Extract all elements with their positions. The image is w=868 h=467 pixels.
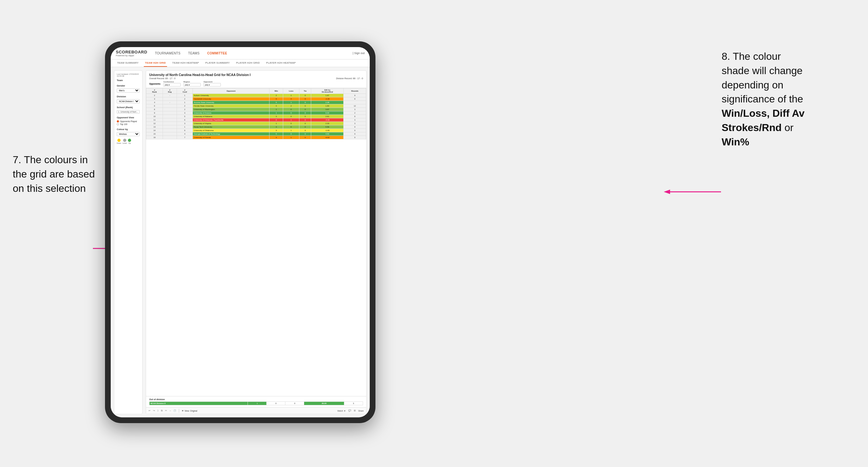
grid-header: University of North Carolina Head-to-Hea… bbox=[146, 71, 366, 88]
grid-subtitle: Overall Record: 89 - 17 - 0 Division Rec… bbox=[149, 77, 363, 80]
data-table: #Rank #Reg #Conf Opponent Win Loss Tie D… bbox=[146, 88, 366, 396]
copy-icon[interactable]: ⧉ bbox=[161, 409, 163, 412]
col-loss: Loss bbox=[283, 88, 300, 94]
table-row: 105University of Alabama3002.618 bbox=[146, 115, 366, 118]
colour-legend: Down Level Up bbox=[117, 139, 140, 144]
comment-icon[interactable]: 💬 bbox=[348, 409, 351, 412]
division-section: Division NCAA Division I bbox=[117, 95, 140, 103]
h2h-table: #Rank #Reg #Conf Opponent Win Loss Tie D… bbox=[146, 88, 366, 139]
conference-dropdown[interactable]: (All) ▾ bbox=[163, 83, 181, 87]
clock-icon[interactable]: 🕐 bbox=[174, 409, 176, 412]
table-row: 93University of Arizona1009.002 bbox=[146, 111, 366, 115]
table-header-row: #Rank #Reg #Conf Opponent Win Loss Tie D… bbox=[146, 88, 366, 94]
filter-opponent: Opponent (All) ▾ bbox=[203, 81, 221, 87]
tablet-frame: SCOREBOARD Powered by clippd TOURNAMENTS… bbox=[105, 41, 375, 423]
nav-tournaments[interactable]: TOURNAMENTS bbox=[154, 51, 182, 56]
share-btn[interactable]: Share bbox=[358, 410, 364, 412]
view-icon: 👁 bbox=[182, 410, 184, 412]
table-row: 167University of Florida310-6.629 bbox=[146, 136, 366, 139]
opponent-view-section: Opponent View Opponents Played Top 100 bbox=[117, 116, 140, 125]
table-row: 82University of Washington1003.673 bbox=[146, 108, 366, 111]
sub-nav-player-h2h-heatmap[interactable]: PLAYER H2H HEATMAP bbox=[265, 60, 297, 67]
undo-icon[interactable]: ↩ bbox=[149, 409, 151, 412]
left-panel: Last Updated: 27/03/2024 16:55:38 Team G… bbox=[114, 70, 143, 414]
table-row: 149University of Oklahoma310-1.009 bbox=[146, 129, 366, 132]
sub-nav-team-h2h-grid[interactable]: TEAM H2H GRID bbox=[144, 60, 167, 67]
sub-nav-player-h2h-grid[interactable]: PLAYER H2H GRID bbox=[235, 60, 261, 67]
radio-dot bbox=[117, 123, 119, 125]
legend-level: Level bbox=[123, 139, 127, 144]
radio-opponents-played[interactable]: Opponents Played bbox=[117, 120, 140, 122]
ood-table: NCAA Division II 1 0 0 26.00 3 bbox=[149, 402, 363, 405]
toolbar: ↩ ↪ ⟩ ⧉ ✂ − 🕐 👁 View: Original Watch ▼ 💬 bbox=[146, 407, 366, 414]
tablet-screen: SCOREBOARD Powered by clippd TOURNAMENTS… bbox=[111, 47, 370, 417]
timestamp: Last Updated: 27/03/2024 16:55:38 bbox=[117, 73, 140, 77]
view-original[interactable]: 👁 View: Original bbox=[182, 410, 197, 412]
minus-icon[interactable]: − bbox=[169, 410, 171, 412]
col-conf: #Conf bbox=[177, 88, 193, 94]
col-rounds: Rounds bbox=[344, 88, 366, 94]
table-row: 123University of Virginia1002.333 bbox=[146, 122, 366, 125]
opponent-dropdown[interactable]: (All) ▾ bbox=[203, 83, 221, 87]
scissors-icon[interactable]: ✂ bbox=[165, 409, 167, 412]
opponent-view-radio: Opponents Played Top 100 bbox=[117, 120, 140, 125]
col-win: Win bbox=[270, 88, 283, 94]
col-opponent: Opponent bbox=[193, 88, 270, 94]
filters-row: Opponents: Conference (All) ▾ Region (Al… bbox=[149, 81, 363, 87]
legend-dot-level bbox=[123, 139, 126, 142]
watch-btn[interactable]: Watch ▼ bbox=[337, 410, 345, 412]
main-content: Last Updated: 27/03/2024 16:55:38 Team G… bbox=[111, 67, 370, 417]
out-of-division: Out of division NCAA Division II 1 0 0 2… bbox=[146, 396, 366, 407]
redo-icon[interactable]: ↪ bbox=[153, 409, 155, 412]
division-select[interactable]: NCAA Division I bbox=[117, 99, 140, 103]
col-reg: #Reg bbox=[163, 88, 177, 94]
legend-down: Down bbox=[117, 139, 121, 144]
logo-sub: Powered by clippd bbox=[116, 54, 147, 57]
nav-committee[interactable]: COMMITTEE bbox=[206, 51, 228, 56]
table-row: 2-1Auburn University2101.679 bbox=[146, 94, 366, 97]
ood-row: NCAA Division II 1 0 0 26.00 3 bbox=[150, 402, 363, 405]
separator bbox=[179, 409, 179, 413]
grid-panel: University of North Carolina Head-to-Hea… bbox=[146, 70, 367, 414]
forward-icon[interactable]: ⟩ bbox=[157, 409, 158, 412]
col-diff: Diff AvStrokes/Rnd bbox=[311, 88, 344, 94]
school-value: 1. University of Nort... bbox=[117, 110, 140, 114]
gender-section: Gender Men's bbox=[117, 84, 140, 93]
school-section: School (Rank) 1. University of Nort... bbox=[117, 106, 140, 114]
sub-nav: TEAM SUMMARY TEAM H2H GRID TEAM H2H HEAT… bbox=[111, 60, 370, 67]
app-header: SCOREBOARD Powered by clippd TOURNAMENTS… bbox=[111, 47, 370, 60]
sub-nav-player-summary[interactable]: PLAYER SUMMARY bbox=[204, 60, 231, 67]
col-rank: #Rank bbox=[146, 88, 163, 94]
table-row: 32Vanderbilt University040-2.298 bbox=[146, 97, 366, 101]
legend-dot-down bbox=[117, 139, 121, 142]
logo-area: SCOREBOARD Powered by clippd bbox=[116, 50, 147, 57]
table-row: 62Florida State University4201.8312 bbox=[146, 104, 366, 108]
logo-text: SCOREBOARD bbox=[116, 50, 147, 54]
radio-dot-selected bbox=[117, 120, 119, 122]
col-tie: Tie bbox=[299, 88, 311, 94]
annotation-left: 7. The colours in the grid are based on … bbox=[13, 153, 102, 195]
table-row: 131Texas Tech University3005.569 bbox=[146, 125, 366, 129]
svg-marker-3 bbox=[664, 190, 670, 194]
nav-items: TOURNAMENTS TEAMS COMMITTEE bbox=[154, 51, 346, 56]
filter-conference: Conference (All) ▾ bbox=[163, 81, 181, 87]
sub-nav-team-summary[interactable]: TEAM SUMMARY bbox=[116, 60, 140, 67]
table-row: 154Georgia Institute of Technology5004.5… bbox=[146, 132, 366, 136]
gender-select[interactable]: Men's bbox=[117, 88, 140, 93]
annotation-right: 8. The colour shade will change dependin… bbox=[722, 49, 855, 149]
toolbar-right: Watch ▼ 💬 ⊞ Share bbox=[337, 409, 364, 412]
table-row: 4-1Arizona State University5102.28 bbox=[146, 101, 366, 104]
grid-title: University of North Carolina Head-to-Hea… bbox=[149, 73, 363, 77]
sub-nav-team-h2h-heatmap[interactable]: TEAM H2H HEATMAP bbox=[171, 60, 200, 67]
colour-by-select[interactable]: Win/loss bbox=[117, 132, 140, 136]
sign-out[interactable]: | Sign out bbox=[352, 52, 365, 55]
team-section: Team bbox=[117, 79, 140, 82]
legend-dot-up bbox=[128, 139, 131, 142]
filter-region: Region (All) ▾ bbox=[183, 81, 201, 87]
radio-top100[interactable]: Top 100 bbox=[117, 123, 140, 125]
region-dropdown[interactable]: (All) ▾ bbox=[183, 83, 201, 87]
nav-teams[interactable]: TEAMS bbox=[187, 51, 201, 56]
arrow-right bbox=[664, 187, 721, 196]
legend-up: Up bbox=[128, 139, 131, 144]
grid-icon[interactable]: ⊞ bbox=[354, 409, 356, 412]
